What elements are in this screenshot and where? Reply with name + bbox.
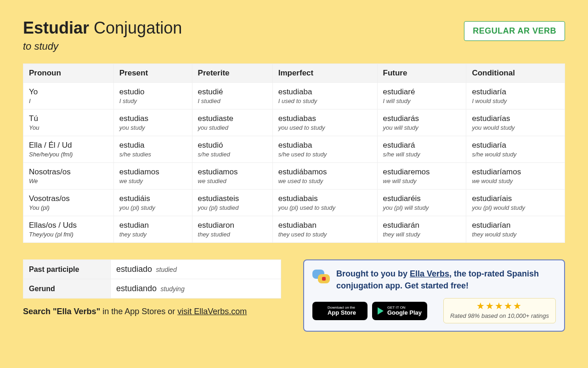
visit-link[interactable]: visit EllaVerbs.com — [177, 307, 247, 316]
rating-subtext: Rated 98% based on 10,000+ ratings — [450, 312, 549, 319]
column-header: Present — [113, 64, 192, 83]
table-row: Vosotras/osYou (pl)estudiáisyou (pl) stu… — [23, 190, 565, 216]
conjugation-cell: estudiabasyou used to study — [272, 109, 377, 136]
conjugation-cell: estudiasyou study — [113, 109, 192, 136]
past-participle-value: estudiado studied — [111, 260, 281, 279]
pronoun-cell: YoI — [23, 83, 114, 109]
column-header: Preterite — [192, 64, 272, 83]
table-row: YoIestudioI studyestudiéI studiedestudia… — [23, 83, 565, 109]
past-participle-label: Past participle — [23, 260, 111, 279]
conjugation-cell: estudiaréI will study — [377, 83, 466, 109]
conjugation-cell: estudiós/he studied — [192, 136, 272, 163]
pronoun-cell: Nosotras/osWe — [23, 163, 114, 190]
column-header: Pronoun — [23, 64, 114, 83]
gerund-value: estudiando studying — [111, 279, 281, 299]
table-row: Ella / Él / UdShe/he/you (fml)estudias/h… — [23, 136, 565, 163]
gerund-label: Gerund — [23, 279, 111, 299]
rating-box: ★★★★★ Rated 98% based on 10,000+ ratings — [443, 298, 556, 323]
column-header: Imperfect — [272, 64, 377, 83]
conjugation-cell: estudiaremoswe will study — [377, 163, 466, 190]
conjugation-cell: estudiaríamoswe would study — [466, 163, 565, 190]
play-icon — [378, 307, 384, 315]
pronoun-cell: TúYou — [23, 109, 114, 136]
conjugation-cell: estudiaríanthey would study — [466, 216, 565, 243]
table-row: Ellas/os / UdsThey/you (pl fml)estudiant… — [23, 216, 565, 243]
verb-type-badge: REGULAR AR VERB — [464, 21, 565, 41]
conjugation-cell: estudiéI studied — [192, 83, 272, 109]
promo-app-icon — [312, 268, 330, 285]
conjugation-cell: estudiarásyou will study — [377, 109, 466, 136]
verb-translation: to study — [23, 40, 182, 52]
conjugation-cell: estudiaríaI would study — [466, 83, 565, 109]
participles-table: Past participle estudiado studied Gerund… — [23, 259, 281, 299]
search-hint: Search "Ella Verbs" in the App Stores or… — [23, 307, 281, 316]
conjugation-cell: estudiabaisyou (pl) used to study — [272, 190, 377, 216]
conjugation-cell: estudiasteyou studied — [192, 109, 272, 136]
conjugation-cell: estudias/he studies — [113, 136, 192, 163]
conjugation-cell: estudiamoswe study — [113, 163, 192, 190]
pronoun-cell: Ella / Él / UdShe/he/you (fml) — [23, 136, 114, 163]
table-row: TúYouestudiasyou studyestudiasteyou stud… — [23, 109, 565, 136]
conjugation-cell: estudiaránthey will study — [377, 216, 466, 243]
promo-box: Brought to you by Ella Verbs, the top-ra… — [303, 259, 565, 332]
conjugation-cell: estudiamoswe studied — [192, 163, 272, 190]
conjugation-cell: estudiábamoswe used to study — [272, 163, 377, 190]
column-header: Conditional — [466, 64, 565, 83]
conjugation-cell: estudiarías/he would study — [466, 136, 565, 163]
conjugation-cell: estudiaríasyou would study — [466, 109, 565, 136]
conjugation-cell: estudiarás/he will study — [377, 136, 466, 163]
pronoun-cell: Ellas/os / UdsThey/you (pl fml) — [23, 216, 114, 243]
pronoun-cell: Vosotras/osYou (pl) — [23, 190, 114, 216]
conjugation-table-body: YoIestudioI studyestudiéI studiedestudia… — [23, 83, 565, 243]
conjugation-cell: estudiaréisyou (pl) will study — [377, 190, 466, 216]
verb-name: Estudiar — [23, 18, 89, 37]
conjugation-cell: estudiaríaisyou (pl) would study — [466, 190, 565, 216]
conjugation-word: Conjugation — [94, 18, 182, 37]
conjugation-cell: estudiabanthey used to study — [272, 216, 377, 243]
conjugation-cell: estudioI study — [113, 83, 192, 109]
page-title: Estudiar Conjugation — [23, 18, 182, 38]
column-header: Future — [377, 64, 466, 83]
table-row: Nosotras/osWeestudiamoswe studyestudiamo… — [23, 163, 565, 190]
conjugation-table: PronounPresentPreteriteImperfectFutureCo… — [23, 63, 565, 243]
conjugation-cell: estudiasteisyou (pl) studied — [192, 190, 272, 216]
conjugation-cell: estudiabaI used to study — [272, 83, 377, 109]
conjugation-cell: estudiaronthey studied — [192, 216, 272, 243]
app-store-button[interactable]: Download on the App Store — [312, 302, 368, 320]
promo-text: Brought to you by Ella Verbs, the top-ra… — [336, 268, 556, 292]
star-icons: ★★★★★ — [450, 301, 549, 310]
conjugation-table-head: PronounPresentPreteriteImperfectFutureCo… — [23, 64, 565, 83]
conjugation-cell: estudianthey study — [113, 216, 192, 243]
conjugation-cell: estudiáisyou (pl) study — [113, 190, 192, 216]
google-play-button[interactable]: GET IT ON Google Play — [372, 302, 427, 320]
conjugation-cell: estudiabas/he used to study — [272, 136, 377, 163]
brand-link[interactable]: Ella Verbs — [410, 269, 449, 278]
